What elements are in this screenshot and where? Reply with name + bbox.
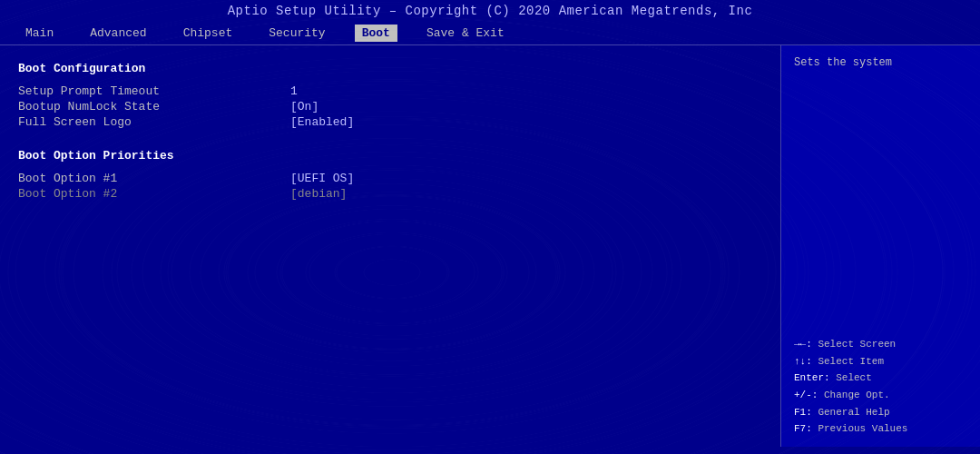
config-label: Boot Option #2 [18, 187, 290, 201]
shortcut-item: +/-: Change Opt. [794, 387, 967, 404]
shortcut-desc: Select [836, 372, 872, 383]
shortcut-desc: Select Item [818, 356, 884, 367]
title-text: Aptio Setup Utility – Copyright (C) 2020… [228, 4, 753, 18]
boot-config-header: Boot Configuration [18, 62, 762, 75]
nav-item-main[interactable]: Main [18, 25, 61, 42]
config-label: Boot Option #1 [18, 172, 290, 185]
boot-priorities-section: Boot Option Priorities Boot Option #1[UE… [18, 149, 762, 201]
nav-item-save-and-exit[interactable]: Save & Exit [419, 25, 512, 42]
shortcut-desc: General Help [818, 407, 889, 418]
right-panel: Sets the system →←: Select Screen↑↓: Sel… [780, 45, 980, 447]
title-bar: Aptio Setup Utility – Copyright (C) 2020… [0, 0, 980, 22]
shortcut-list: →←: Select Screen↑↓: Select ItemEnter: S… [794, 336, 967, 438]
bios-container: Aptio Setup Utility – Copyright (C) 2020… [0, 0, 980, 454]
boot-priority-rows: Boot Option #1[UEFI OS]Boot Option #2[de… [18, 172, 762, 201]
config-row: Boot Option #2[debian] [18, 187, 762, 201]
config-row: Bootup NumLock State[On] [18, 100, 762, 114]
shortcut-key: Enter: [794, 372, 836, 383]
config-value[interactable]: [debian] [290, 187, 347, 201]
boot-config-rows: Setup Prompt Timeout1Bootup NumLock Stat… [18, 84, 762, 129]
shortcut-key: +/-: [794, 390, 824, 400]
left-panel: Boot Configuration Setup Prompt Timeout1… [0, 45, 780, 447]
help-text: Sets the system [794, 54, 967, 71]
shortcut-item: ↑↓: Select Item [794, 353, 967, 370]
shortcut-desc: Change Opt. [824, 390, 890, 400]
shortcut-item: F1: General Help [794, 404, 967, 421]
nav-item-security[interactable]: Security [261, 25, 332, 42]
config-value[interactable]: [Enabled] [290, 115, 354, 129]
nav-bar: MainAdvancedChipsetSecurityBootSave & Ex… [0, 22, 980, 45]
config-label: Bootup NumLock State [18, 100, 290, 114]
config-value[interactable]: [UEFI OS] [290, 172, 354, 185]
nav-item-boot[interactable]: Boot [355, 25, 397, 42]
config-row: Boot Option #1[UEFI OS] [18, 172, 762, 185]
nav-item-advanced[interactable]: Advanced [83, 25, 153, 42]
shortcut-key: F1: [794, 407, 818, 418]
config-value[interactable]: 1 [290, 84, 298, 98]
shortcut-item: F7: Previous Values [794, 420, 967, 438]
boot-priorities-header: Boot Option Priorities [18, 149, 762, 163]
shortcut-desc: Previous Values [818, 423, 907, 434]
shortcut-key: ↑↓: [794, 356, 818, 367]
shortcut-item: Enter: Select [794, 370, 967, 387]
main-layout: Boot Configuration Setup Prompt Timeout1… [0, 45, 980, 447]
boot-config-section: Boot Configuration Setup Prompt Timeout1… [18, 62, 762, 129]
shortcut-desc: Select Screen [818, 339, 896, 350]
config-row: Full Screen Logo[Enabled] [18, 115, 762, 129]
shortcut-key: →←: [794, 339, 818, 350]
config-value[interactable]: [On] [290, 100, 318, 114]
shortcut-item: →←: Select Screen [794, 336, 967, 353]
config-label: Setup Prompt Timeout [18, 84, 290, 98]
config-label: Full Screen Logo [18, 115, 290, 129]
shortcut-key: F7: [794, 423, 818, 434]
config-row: Setup Prompt Timeout1 [18, 84, 762, 98]
nav-item-chipset[interactable]: Chipset [176, 25, 240, 42]
